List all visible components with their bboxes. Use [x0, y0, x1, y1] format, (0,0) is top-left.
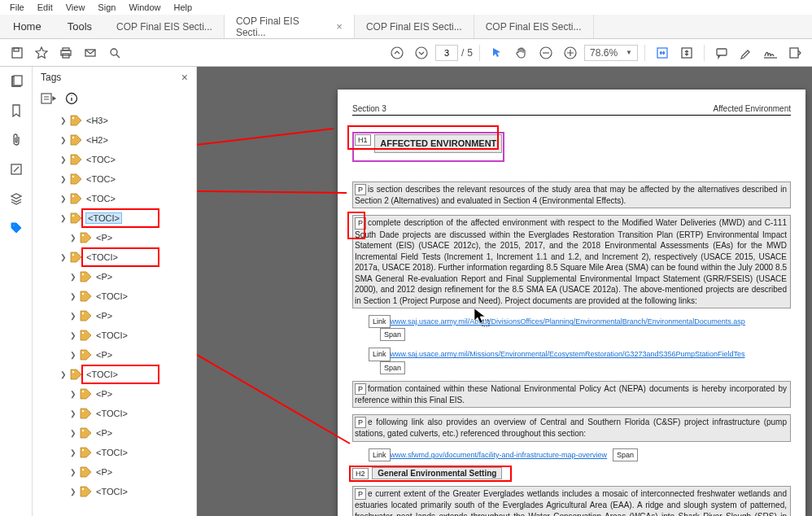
- chevron-right-icon[interactable]: ❯: [68, 312, 78, 320]
- attachments-icon[interactable]: [7, 130, 26, 150]
- chevron-right-icon[interactable]: ❯: [59, 155, 68, 164]
- node-label: <TOCI>: [96, 409, 128, 418]
- highlight-icon[interactable]: [736, 42, 757, 63]
- zoom-in-icon[interactable]: [560, 42, 581, 63]
- tree-node[interactable]: ❯<P>: [36, 423, 196, 443]
- chevron-right-icon[interactable]: ❯: [68, 234, 78, 242]
- tree-node[interactable]: ❯<TOC>: [36, 189, 196, 208]
- pointer-icon[interactable]: [487, 42, 508, 63]
- chevron-right-icon[interactable]: ❯: [59, 195, 68, 203]
- thumbnails-icon[interactable]: [7, 72, 26, 91]
- chevron-right-icon[interactable]: ❯: [59, 370, 68, 378]
- tags-tree[interactable]: ❯<H3>❯<H2>❯<TOC>❯<TOC>❯<TOC>❯<TOCI>❯<P>❯…: [33, 109, 196, 516]
- node-label: <TOC>: [86, 155, 116, 164]
- fit-width-icon[interactable]: [652, 42, 673, 63]
- info-icon[interactable]: [65, 92, 78, 105]
- chevron-right-icon[interactable]: ❯: [68, 488, 78, 496]
- chevron-right-icon[interactable]: ❯: [68, 468, 78, 476]
- fit-page-icon[interactable]: [676, 42, 697, 63]
- chevron-right-icon[interactable]: ❯: [59, 116, 68, 125]
- hand-icon[interactable]: [511, 42, 532, 63]
- chevron-right-icon[interactable]: ❯: [68, 390, 78, 398]
- save-icon[interactable]: [7, 42, 28, 63]
- menu-sign[interactable]: Sign: [91, 2, 122, 12]
- tree-node[interactable]: ❯<H3>: [36, 111, 196, 130]
- tree-node[interactable]: ❯<P>: [36, 462, 196, 482]
- signatures-icon[interactable]: [7, 160, 26, 179]
- chevron-right-icon[interactable]: ❯: [59, 136, 68, 144]
- tree-node[interactable]: ❯<P>: [36, 345, 196, 365]
- tree-node[interactable]: ❯<TOCI>: [36, 482, 196, 501]
- tree-node[interactable]: ❯<P>: [36, 228, 196, 247]
- bookmarks-icon[interactable]: [7, 101, 26, 120]
- sign-icon[interactable]: [760, 42, 781, 63]
- svg-rect-13: [717, 49, 727, 55]
- tree-node[interactable]: ❯<P>: [36, 384, 196, 404]
- svg-point-31: [82, 293, 84, 295]
- search-icon[interactable]: [104, 42, 125, 63]
- home-button[interactable]: Home: [0, 15, 55, 38]
- zoom-out-icon[interactable]: [535, 42, 557, 63]
- layers-icon[interactable]: [7, 189, 26, 208]
- link-badge: Link: [369, 348, 391, 361]
- chevron-right-icon[interactable]: ❯: [68, 448, 78, 457]
- svg-line-44: [197, 314, 350, 444]
- chevron-right-icon[interactable]: ❯: [68, 273, 78, 281]
- svg-rect-17: [14, 76, 22, 85]
- tree-node[interactable]: ❯<TOCI>: [36, 208, 196, 228]
- chevron-down-icon: ▼: [626, 49, 632, 56]
- menu-file[interactable]: File: [3, 2, 31, 12]
- chevron-right-icon[interactable]: ❯: [68, 351, 78, 359]
- tree-node[interactable]: ❯<P>: [36, 306, 196, 326]
- mail-icon[interactable]: [80, 42, 101, 63]
- chevron-right-icon[interactable]: ❯: [68, 409, 78, 418]
- tree-node[interactable]: ❯<TOCI>: [36, 286, 196, 306]
- comment-icon[interactable]: [711, 42, 732, 63]
- star-icon[interactable]: [31, 42, 52, 63]
- link-text[interactable]: www.sfwmd.gov/document/facility-and-infr…: [391, 451, 608, 459]
- more-icon[interactable]: [784, 42, 805, 63]
- doc-tab-1[interactable]: COP Final EIS Secti...×: [225, 15, 355, 38]
- chevron-right-icon[interactable]: ❯: [68, 429, 78, 437]
- tags-icon[interactable]: [7, 218, 26, 238]
- close-icon[interactable]: ×: [336, 20, 343, 33]
- node-label: <TOC>: [86, 194, 116, 203]
- zoom-select[interactable]: 78.6%▼: [584, 45, 638, 61]
- tools-button[interactable]: Tools: [55, 15, 105, 38]
- tree-node[interactable]: ❯<TOCI>: [36, 247, 196, 267]
- chevron-right-icon[interactable]: ❯: [68, 331, 78, 339]
- tree-node[interactable]: ❯<TOC>: [36, 150, 196, 169]
- link-text[interactable]: www.saj.usace.army.mil/About/DivisionsOf…: [391, 317, 745, 326]
- doc-tab-3[interactable]: COP Final EIS Secti...: [474, 15, 594, 38]
- p-badge: P: [355, 217, 366, 229]
- tree-node[interactable]: ❯<TOCI>: [36, 443, 196, 462]
- tree-node[interactable]: ❯<TOCI>: [36, 404, 196, 423]
- chevron-right-icon[interactable]: ❯: [59, 175, 68, 183]
- svg-point-7: [391, 47, 403, 59]
- chevron-right-icon[interactable]: ❯: [59, 214, 68, 222]
- tree-node[interactable]: ❯<TOCI>: [36, 365, 196, 384]
- menu-help[interactable]: Help: [168, 2, 199, 12]
- chevron-right-icon[interactable]: ❯: [59, 253, 68, 261]
- svg-rect-14: [790, 48, 798, 58]
- tree-node[interactable]: ❯<P>: [36, 267, 196, 286]
- tree-node[interactable]: ❯<H2>: [36, 130, 196, 150]
- doc-tab-0[interactable]: COP Final EIS Secti...: [105, 15, 225, 38]
- panel-close-icon[interactable]: ×: [181, 71, 188, 84]
- menu-window[interactable]: Window: [122, 2, 167, 12]
- menu-edit[interactable]: Edit: [31, 2, 59, 12]
- page-number-input[interactable]: [435, 45, 458, 61]
- tab-label: COP Final EIS Secti...: [486, 21, 582, 33]
- page-up-icon[interactable]: [386, 42, 408, 63]
- chevron-right-icon[interactable]: ❯: [68, 292, 78, 300]
- options-icon[interactable]: [41, 93, 57, 104]
- tree-node[interactable]: ❯<TOCI>: [36, 326, 196, 345]
- link-text[interactable]: www.saj.usace.army.mil/Missions/Environm…: [391, 350, 745, 358]
- svg-point-40: [82, 469, 84, 470]
- print-icon[interactable]: [55, 42, 76, 63]
- tree-node[interactable]: ❯<TOC>: [36, 169, 196, 189]
- doc-tab-2[interactable]: COP Final EIS Secti...: [355, 15, 474, 38]
- menu-view[interactable]: View: [59, 2, 92, 12]
- page-down-icon[interactable]: [411, 42, 432, 63]
- document-canvas[interactable]: Section 3 Affected Environment H1 AFFECT…: [197, 67, 812, 516]
